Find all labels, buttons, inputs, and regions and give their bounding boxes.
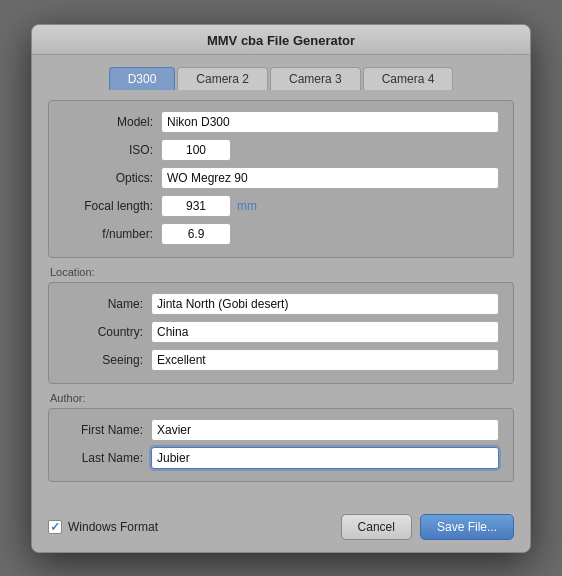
location-name-row: Name: [63, 293, 499, 315]
window-title: MMV cba File Generator [207, 33, 355, 48]
model-input[interactable] [161, 111, 499, 133]
first-name-label: First Name: [63, 423, 143, 437]
model-label: Model: [63, 115, 153, 129]
location-name-input[interactable] [151, 293, 499, 315]
fnumber-label: f/number: [63, 227, 153, 241]
title-bar: MMV cba File Generator [32, 25, 530, 55]
last-name-input[interactable] [151, 447, 499, 469]
button-group: Cancel Save File... [341, 514, 514, 540]
tabs-row: D300 Camera 2 Camera 3 Camera 4 [48, 67, 514, 90]
model-row: Model: [63, 111, 499, 133]
camera-section: Model: ISO: Optics: Focal length: mm f/n… [48, 100, 514, 258]
optics-row: Optics: [63, 167, 499, 189]
tab-camera4[interactable]: Camera 4 [363, 67, 454, 90]
windows-format-row: ✓ Windows Format [48, 520, 341, 534]
checkbox-check-icon: ✓ [50, 521, 60, 533]
author-section-label: Author: [50, 392, 514, 404]
tab-camera3[interactable]: Camera 3 [270, 67, 361, 90]
last-name-label: Last Name: [63, 451, 143, 465]
author-panel: First Name: Last Name: [48, 408, 514, 482]
fnumber-input[interactable] [161, 223, 231, 245]
windows-format-checkbox[interactable]: ✓ [48, 520, 62, 534]
location-name-label: Name: [63, 297, 143, 311]
first-name-input[interactable] [151, 419, 499, 441]
seeing-row: Seeing: [63, 349, 499, 371]
save-file-button[interactable]: Save File... [420, 514, 514, 540]
optics-label: Optics: [63, 171, 153, 185]
tab-camera2[interactable]: Camera 2 [177, 67, 268, 90]
seeing-label: Seeing: [63, 353, 143, 367]
iso-label: ISO: [63, 143, 153, 157]
last-name-row: Last Name: [63, 447, 499, 469]
author-section: Author: First Name: Last Name: [48, 392, 514, 482]
cancel-button[interactable]: Cancel [341, 514, 412, 540]
tab-d300[interactable]: D300 [109, 67, 176, 90]
location-section: Name: Country: Seeing: [48, 282, 514, 384]
focal-length-row: Focal length: mm [63, 195, 499, 217]
seeing-input[interactable] [151, 349, 499, 371]
country-row: Country: [63, 321, 499, 343]
focal-length-input[interactable] [161, 195, 231, 217]
country-input[interactable] [151, 321, 499, 343]
first-name-row: First Name: [63, 419, 499, 441]
country-label: Country: [63, 325, 143, 339]
optics-input[interactable] [161, 167, 499, 189]
iso-row: ISO: [63, 139, 499, 161]
dialog-body: D300 Camera 2 Camera 3 Camera 4 Model: I… [32, 55, 530, 504]
iso-input[interactable] [161, 139, 231, 161]
bottom-bar: ✓ Windows Format Cancel Save File... [32, 504, 530, 552]
focal-length-label: Focal length: [63, 199, 153, 213]
windows-format-label: Windows Format [68, 520, 158, 534]
fnumber-row: f/number: [63, 223, 499, 245]
location-section-label: Location: [50, 266, 514, 278]
focal-length-unit: mm [237, 199, 257, 213]
dialog-window: MMV cba File Generator D300 Camera 2 Cam… [31, 24, 531, 553]
